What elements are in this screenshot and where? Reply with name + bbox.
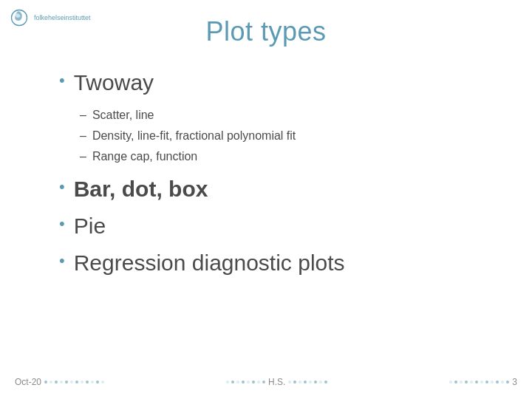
footer-left-area: Oct-20: [15, 377, 104, 387]
bullet-bar-dot-box: • Bar, dot, box: [59, 176, 488, 202]
footer: Oct-20: [0, 377, 532, 387]
fc1: [226, 381, 229, 383]
fd9: [86, 381, 89, 383]
fr1: [449, 381, 452, 383]
fr5: [470, 381, 473, 383]
bullet-dot-2: •: [59, 179, 65, 195]
fc3: [236, 381, 239, 383]
fd1: [44, 381, 47, 383]
bullet-twoway: • Twoway: [59, 69, 488, 96]
sub-text-scatter: Scatter, line: [92, 106, 154, 124]
sub-bullets-twoway: – Scatter, line – Density, line-fit, fra…: [80, 106, 488, 166]
content-area: • Twoway – Scatter, line – Density, line…: [0, 47, 532, 301]
fc4: [242, 381, 245, 383]
fr8: [485, 381, 488, 383]
fc15: [319, 381, 322, 383]
fd8: [81, 381, 83, 383]
fd5: [65, 381, 68, 383]
fd11: [96, 381, 99, 383]
fr4: [465, 381, 468, 383]
fr6: [475, 381, 478, 383]
fr2: [454, 381, 457, 383]
footer-dots-left: [44, 381, 104, 383]
logo-text: folkehelseinstituttet: [34, 14, 91, 22]
logo-area: folkehelseinstituttet: [9, 7, 91, 28]
fd4: [60, 381, 63, 383]
fc10: [293, 381, 296, 383]
slide: folkehelseinstituttet Plot types • Twowa…: [0, 0, 532, 399]
fr10: [496, 381, 499, 383]
fd10: [91, 381, 94, 383]
fc12: [304, 381, 307, 383]
bullet-label-twoway: Twoway: [74, 69, 154, 96]
fr7: [480, 381, 483, 383]
fd2: [50, 381, 52, 383]
footer-author: H.S.: [268, 377, 285, 387]
bullet-dot-3: •: [59, 216, 65, 232]
fc16: [324, 381, 327, 383]
sub-bullet-scatter: – Scatter, line: [80, 106, 488, 124]
footer-dots-right: [449, 381, 509, 383]
sub-dash-2: –: [80, 127, 86, 145]
bullet-dot-1: •: [59, 72, 65, 89]
sub-text-range: Range cap, function: [92, 148, 197, 166]
fc6: [252, 381, 255, 383]
fr3: [460, 381, 463, 383]
footer-page: 3: [512, 377, 517, 387]
fc13: [309, 381, 312, 383]
sub-bullet-density: – Density, line-fit, fractional polynomi…: [80, 127, 488, 145]
fc7: [257, 381, 260, 383]
fd3: [55, 381, 58, 383]
fc8: [262, 381, 265, 383]
fc5: [247, 381, 250, 383]
sub-dash-1: –: [80, 106, 86, 124]
bullet-label-bar: Bar, dot, box: [74, 176, 208, 202]
bullet-label-regression: Regression diagnostic plots: [74, 250, 345, 276]
fd6: [70, 381, 73, 383]
bullet-pie: • Pie: [59, 213, 488, 239]
footer-right-area: 3: [449, 377, 517, 387]
bullet-regression: • Regression diagnostic plots: [59, 250, 488, 276]
fc2: [231, 381, 234, 383]
footer-date: Oct-20: [15, 377, 41, 387]
footer-dots-center2: [288, 381, 327, 383]
fc14: [314, 381, 317, 383]
footer-center-area: H.S.: [226, 377, 327, 387]
fd12: [101, 381, 104, 383]
footer-dots-center: [226, 381, 265, 383]
sub-text-density: Density, line-fit, fractional polynomial…: [92, 127, 296, 145]
sub-dash-3: –: [80, 148, 86, 166]
bullet-dot-4: •: [59, 253, 65, 269]
fr9: [491, 381, 494, 383]
fc11: [299, 381, 301, 383]
fr12: [506, 381, 509, 383]
fd7: [75, 381, 78, 383]
sub-bullet-range: – Range cap, function: [80, 148, 488, 166]
fc9: [288, 381, 291, 383]
logo-icon: [9, 7, 30, 28]
fr11: [501, 381, 504, 383]
bullet-label-pie: Pie: [74, 213, 106, 239]
